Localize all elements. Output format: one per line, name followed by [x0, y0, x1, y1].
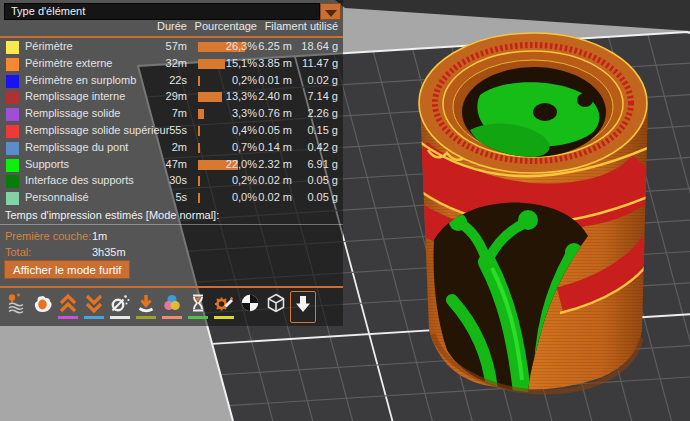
- feature-label: Remplissage interne: [25, 90, 125, 102]
- show-stealth-mode-button[interactable]: Afficher le mode furtif: [4, 260, 130, 279]
- first-layer-label: Première couche:: [5, 230, 91, 242]
- tool-changes-button[interactable]: [134, 291, 158, 321]
- filament-weight-value: 0.02 g: [294, 74, 338, 86]
- feature-color-swatch: [6, 58, 19, 71]
- percent-value: 15,1%: [210, 57, 257, 69]
- feature-label: Remplissage solide: [25, 107, 120, 119]
- seams-button[interactable]: [108, 291, 132, 321]
- legend-row: Remplissage solide supérieur55s0,4%0.05 …: [0, 124, 343, 141]
- feature-color-swatch: [6, 108, 19, 121]
- legend-row: Remplissage du pont2m0,7%0.14 m0.42 g: [0, 141, 343, 158]
- icon-underline: [214, 316, 234, 319]
- travel-paths-button[interactable]: [4, 291, 28, 321]
- legend-row: Remplissage solide7m3,3%0.76 m2.26 g: [0, 107, 343, 124]
- filament-length-value: 0.76 m: [258, 107, 292, 119]
- tool-marker-icon: [292, 293, 314, 315]
- column-header-filament: Filament utilisé: [252, 20, 338, 32]
- toolpaths-cube-button[interactable]: [264, 291, 288, 321]
- feature-color-swatch: [6, 41, 19, 54]
- filament-weight-value: 0.05 g: [294, 174, 338, 186]
- filament-weight-value: 7.14 g: [294, 90, 338, 102]
- toolpaths-cube-icon: [265, 292, 287, 314]
- filament-length-value: 0.01 m: [258, 74, 292, 86]
- percent-bar: [198, 76, 200, 86]
- filament-length-value: 0.14 m: [258, 141, 292, 153]
- duration-value: 47m: [140, 158, 187, 170]
- percent-value: 22,0%: [210, 158, 257, 170]
- feature-label: Supports: [25, 158, 69, 170]
- dropdown-arrow-button[interactable]: [320, 3, 341, 20]
- model-top-rim: [419, 33, 647, 173]
- filament-weight-value: 6.91 g: [294, 158, 338, 170]
- total-time-value: 3h35m: [92, 246, 126, 258]
- percent-value: 3,3%: [210, 107, 257, 119]
- feature-label: Remplissage du pont: [25, 141, 128, 153]
- feature-color-swatch: [6, 192, 19, 205]
- icon-underline: [188, 316, 208, 319]
- feature-color-swatch: [6, 175, 19, 188]
- icon-underline: [84, 316, 104, 319]
- total-time-label: Total:: [5, 246, 31, 258]
- feature-color-swatch: [6, 142, 19, 155]
- travel-paths-icon: [5, 292, 27, 314]
- filament-length-value: 3.85 m: [258, 57, 292, 69]
- filament-weight-value: 11.47 g: [294, 57, 338, 69]
- separator-line: [0, 224, 343, 225]
- seams-icon: [109, 292, 131, 314]
- color-changes-button[interactable]: [160, 291, 184, 321]
- pause-prints-button[interactable]: [186, 291, 210, 321]
- feature-label: Périmètre externe: [25, 57, 112, 69]
- icon-underline: [110, 316, 130, 319]
- filament-length-value: 0.05 m: [258, 124, 292, 136]
- icon-underline: [136, 316, 156, 319]
- feature-label: Personnalisé: [25, 191, 89, 203]
- legend-row: Périmètre en surplomb22s0,2%0.01 m0.02 g: [0, 74, 343, 91]
- separator-line: [0, 36, 343, 38]
- shells-icon: [239, 292, 261, 314]
- wipe-hand-icon: [31, 292, 53, 314]
- duration-value: 30s: [140, 174, 187, 186]
- percent-value: 0,0%: [210, 191, 257, 203]
- feature-color-swatch: [6, 75, 19, 88]
- filament-length-value: 0.02 m: [258, 174, 292, 186]
- icon-underline: [58, 316, 78, 319]
- filament-weight-value: 2.26 g: [294, 107, 338, 119]
- retractions-button[interactable]: [56, 291, 80, 321]
- custom-gcodes-button[interactable]: [212, 291, 236, 321]
- filament-weight-value: 0.15 g: [294, 124, 338, 136]
- legend-row: Périmètre57m26,3%6.25 m18.64 g: [0, 40, 343, 57]
- wipe-button[interactable]: [30, 291, 54, 321]
- slicer-preview-window: Type d'élément Durée Pourcentage Filamen…: [0, 0, 690, 421]
- duration-value: 2m: [140, 141, 187, 153]
- duration-value: 29m: [140, 90, 187, 102]
- feature-label: Périmètre en surplomb: [25, 74, 136, 86]
- filament-weight-value: 18.64 g: [294, 40, 338, 52]
- shells-button[interactable]: [238, 291, 262, 321]
- percent-value: 13,3%: [210, 90, 257, 102]
- feature-color-swatch: [6, 125, 19, 138]
- duration-value: 7m: [140, 107, 187, 119]
- color-changes-icon: [161, 292, 183, 314]
- legend-row: Supports47m22,0%2.32 m6.91 g: [0, 158, 343, 175]
- tool-marker-button[interactable]: [290, 291, 316, 323]
- percent-bar: [198, 193, 200, 203]
- feature-label: Interface des supports: [25, 174, 134, 186]
- deretractions-button[interactable]: [82, 291, 106, 321]
- filament-weight-value: 0.42 g: [294, 141, 338, 153]
- duration-value: 5s: [140, 191, 187, 203]
- feature-color-swatch: [6, 91, 19, 104]
- percent-bar: [198, 109, 204, 119]
- retractions-icon: [57, 292, 79, 314]
- legend-row: Personnalisé5s0,0%0.02 m0.05 g: [0, 191, 343, 208]
- icon-underline: [162, 316, 182, 319]
- duration-value: 32m: [140, 57, 187, 69]
- chevron-down-icon: [325, 10, 337, 17]
- duration-value: 55s: [140, 124, 187, 136]
- percent-value: 0,2%: [210, 174, 257, 186]
- feature-color-swatch: [6, 159, 19, 172]
- estimates-heading: Temps d'impression estimés [Mode normal]…: [5, 209, 219, 221]
- filament-length-value: 6.25 m: [258, 40, 292, 52]
- separator-line: [0, 286, 343, 288]
- view-type-dropdown[interactable]: Type d'élément: [4, 3, 320, 20]
- legend-row: Remplissage interne29m13,3%2.40 m7.14 g: [0, 90, 343, 107]
